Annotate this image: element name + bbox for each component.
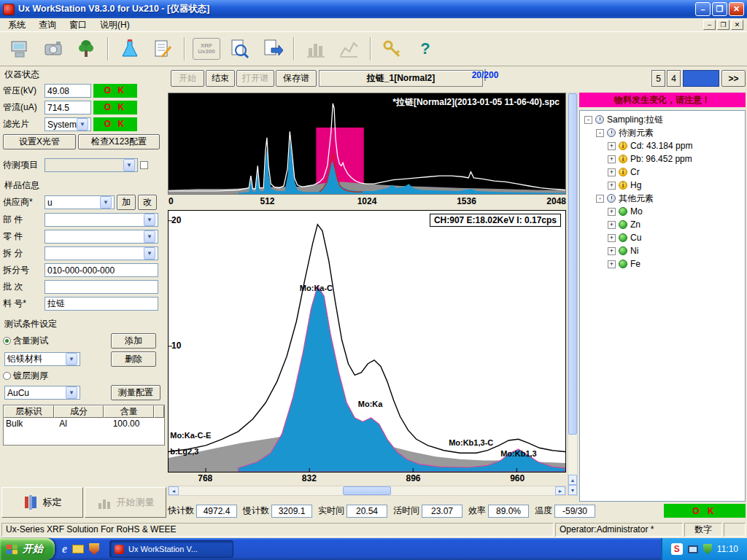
tree-expand-icon[interactable]: - — [584, 116, 592, 124]
start-menu-button[interactable]: 开始 — [0, 538, 55, 560]
flask-icon[interactable] — [115, 35, 144, 63]
scroll-up-icon[interactable]: ▲ — [568, 475, 577, 485]
tree-item[interactable]: +Mo — [580, 205, 745, 218]
tree-expand-icon[interactable]: + — [608, 247, 616, 255]
scrollbar-thumb[interactable] — [343, 486, 391, 495]
modify-supplier-button[interactable]: 改 — [138, 195, 157, 210]
pending-checkbox[interactable] — [140, 161, 148, 169]
menu-item[interactable]: 查询 — [32, 18, 63, 32]
ie-icon[interactable]: e — [62, 542, 67, 556]
stop-button[interactable]: 结束 — [206, 70, 235, 87]
tree-expand-icon[interactable]: + — [608, 260, 616, 268]
chart-horizontal-scrollbar[interactable]: ◄ ► — [168, 486, 566, 496]
scrollbar-thumb[interactable] — [568, 93, 577, 435]
start-button[interactable]: 开始 — [171, 70, 204, 87]
help-icon[interactable]: ? — [411, 35, 440, 63]
set-xray-tube-button[interactable]: 设置X光管 — [3, 134, 76, 149]
tree-group[interactable]: -其他元素 — [580, 192, 745, 205]
trend-chart-icon[interactable] — [334, 35, 363, 63]
tree-expand-icon[interactable]: - — [596, 195, 604, 203]
scroll-down-icon[interactable]: ▼ — [568, 485, 577, 495]
close-button[interactable]: ✕ — [729, 2, 744, 16]
export-spectrum-icon[interactable] — [258, 35, 287, 63]
chevron-down-icon[interactable]: ▼ — [144, 230, 155, 243]
material-type-select[interactable]: 铝镁材料▼ — [4, 352, 80, 366]
tree-item[interactable]: +iPb: 96.452 ppm — [580, 152, 745, 166]
piece-select[interactable]: ▼ — [44, 230, 158, 244]
add-supplier-button[interactable]: 加 — [117, 195, 136, 210]
chart-vertical-scrollbar[interactable]: ▲ ▼ — [568, 93, 578, 496]
split-select[interactable]: ▼ — [44, 246, 158, 260]
part-select[interactable]: ▼ — [44, 213, 158, 227]
column-layer[interactable]: 层标识 — [4, 405, 54, 418]
chevron-down-icon[interactable]: ▼ — [144, 247, 155, 260]
chevron-down-icon[interactable]: ▼ — [66, 353, 77, 365]
xrf-ux300-icon[interactable]: XRFUx300 — [192, 35, 221, 63]
shield-icon[interactable] — [89, 543, 99, 555]
column-content[interactable]: 含量 — [104, 405, 154, 418]
scroll-left-icon[interactable]: ◄ — [169, 486, 179, 495]
start-measure-button[interactable]: 开始测量 — [85, 487, 166, 518]
scroll-right-icon[interactable]: ► — [555, 486, 565, 495]
mdi-minimize-button[interactable]: – — [703, 20, 716, 30]
tree-item[interactable]: +iHg — [580, 179, 745, 192]
tree-item[interactable]: +iCd: 43.184 ppm — [580, 139, 745, 152]
pending-items-select[interactable]: ▼ — [44, 158, 138, 172]
chevron-down-icon[interactable]: ▼ — [66, 386, 77, 399]
spectrum-overview-chart[interactable]: *拉链[Normal2](2013-01-05 11-06-40).spc — [168, 93, 566, 195]
calibrate-button[interactable]: 标定 — [1, 487, 83, 518]
coating-type-select[interactable]: AuCu▼ — [4, 386, 80, 400]
tree-expand-icon[interactable]: - — [596, 129, 604, 137]
mdi-restore-button[interactable]: ❐ — [717, 20, 729, 30]
save-spectrum-button[interactable]: 保存谱 — [276, 70, 317, 87]
spectrum-zoom-chart[interactable]: Mo:Ka-CMo:KaMo:Ka-C-Eb:Lg2,3Mo:Kb1,3-CMo… — [168, 210, 566, 472]
tree-expand-icon[interactable]: + — [608, 142, 616, 150]
delete-condition-button[interactable]: 删除 — [111, 351, 156, 367]
next-button[interactable]: >> — [721, 70, 746, 87]
menu-item[interactable]: 说明(H) — [93, 18, 136, 32]
journal-icon[interactable] — [148, 35, 177, 63]
tree-item[interactable]: +iCr — [580, 166, 745, 179]
network-tray-icon[interactable] — [688, 545, 698, 553]
minimize-button[interactable]: – — [695, 2, 711, 16]
filter-select[interactable]: System▼ — [44, 117, 91, 131]
open-spectrum-button[interactable]: 打开谱 — [236, 70, 274, 87]
tree-icon[interactable] — [71, 35, 101, 63]
menu-item[interactable]: 窗口 — [63, 18, 93, 32]
tree-expand-icon[interactable]: + — [608, 221, 616, 229]
tree-item[interactable]: +Fe — [580, 257, 745, 271]
split-number-input[interactable] — [44, 263, 158, 277]
content-test-radio[interactable] — [3, 337, 11, 345]
tree-expand-icon[interactable]: + — [608, 182, 616, 190]
instrument-icon[interactable] — [39, 35, 68, 63]
layer-table-row[interactable]: BulkAl100.00 — [4, 418, 164, 429]
search-spectrum-icon[interactable] — [225, 35, 254, 63]
menu-item[interactable]: 系统 — [1, 18, 32, 32]
restore-button[interactable]: ❐ — [712, 2, 727, 16]
check-x123-config-button[interactable]: 检查X123配置 — [78, 134, 160, 149]
keys-icon[interactable] — [378, 35, 407, 63]
tree-root[interactable]: -Sampling:拉链 — [580, 113, 745, 126]
tree-item[interactable]: +Zn — [580, 218, 745, 231]
security-tray-icon[interactable] — [703, 544, 712, 554]
tree-item[interactable]: +Ni — [580, 244, 745, 257]
tree-group[interactable]: -待测元素 — [580, 126, 745, 139]
material-number-input[interactable] — [44, 297, 158, 311]
chevron-down-icon[interactable]: ▼ — [123, 159, 135, 171]
tree-expand-icon[interactable]: + — [608, 208, 616, 216]
chevron-down-icon[interactable]: ▼ — [144, 214, 155, 226]
coating-test-radio[interactable] — [3, 372, 11, 380]
column-composition[interactable]: 成分 — [54, 405, 104, 418]
tree-item[interactable]: +Cu — [580, 231, 745, 244]
tree-expand-icon[interactable]: + — [608, 168, 616, 176]
supplier-select[interactable]: u▼ — [44, 195, 115, 209]
tree-expand-icon[interactable]: + — [608, 234, 616, 242]
taskbar-task-button[interactable]: Ux WorkStation V... — [109, 540, 233, 558]
add-condition-button[interactable]: 添加 — [111, 333, 156, 349]
batch-input[interactable] — [44, 280, 158, 294]
mdi-close-button[interactable]: ✕ — [731, 20, 743, 30]
ime-tray-icon[interactable]: S — [671, 543, 683, 555]
chevron-down-icon[interactable]: ▼ — [77, 118, 88, 131]
mail-icon[interactable] — [72, 545, 84, 553]
measure-config-button[interactable]: 测量配置 — [111, 385, 160, 400]
